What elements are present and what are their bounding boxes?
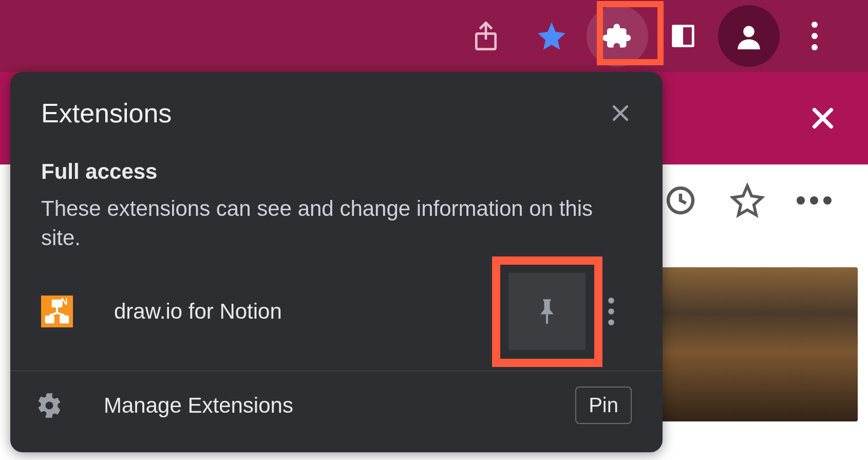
banner-close-button[interactable] <box>808 104 837 133</box>
extensions-button-highlight <box>597 1 664 65</box>
svg-rect-14 <box>60 316 69 324</box>
page-more-button[interactable] <box>791 177 837 224</box>
pin-tooltip: Pin <box>575 387 632 424</box>
browser-menu-button[interactable] <box>784 5 845 67</box>
share-button[interactable] <box>455 5 517 67</box>
more-vertical-icon <box>608 298 615 325</box>
star-icon <box>535 20 568 52</box>
popup-footer: Manage Extensions Pin <box>10 371 663 439</box>
close-icon <box>808 104 837 133</box>
svg-point-3 <box>743 26 754 38</box>
extension-more-button[interactable] <box>608 298 615 325</box>
svg-point-18 <box>608 320 614 326</box>
svg-point-6 <box>812 44 818 50</box>
svg-point-17 <box>608 309 614 315</box>
extensions-popup: Extensions Full access These extensions … <box>10 72 663 452</box>
star-outline-icon <box>730 183 765 218</box>
profile-icon <box>735 23 762 49</box>
reader-icon <box>668 21 698 51</box>
popup-title: Extensions <box>41 98 172 128</box>
svg-point-8 <box>797 196 805 205</box>
share-icon <box>471 20 500 52</box>
history-button[interactable] <box>657 177 704 224</box>
bookmark-star-button[interactable] <box>521 5 582 67</box>
extension-name: draw.io for Notion <box>114 299 508 324</box>
svg-point-5 <box>812 33 818 39</box>
more-horizontal-icon <box>797 196 832 205</box>
menu-vertical-icon <box>811 22 818 50</box>
svg-rect-2 <box>683 27 692 45</box>
section-description: These extensions can see and change info… <box>41 194 632 252</box>
extension-row[interactable]: N draw.io for Notion <box>10 252 663 371</box>
popup-close-button[interactable] <box>609 102 632 124</box>
manage-extensions-link[interactable]: Manage Extensions <box>104 393 575 418</box>
svg-point-9 <box>810 196 818 205</box>
section-heading: Full access <box>41 159 632 184</box>
manage-extensions-gear[interactable] <box>36 392 63 419</box>
clock-icon <box>664 184 697 217</box>
close-icon <box>609 102 632 124</box>
svg-point-10 <box>823 196 832 205</box>
drawio-icon: N <box>41 296 73 327</box>
pin-button-highlight <box>492 256 602 367</box>
svg-point-4 <box>812 22 818 28</box>
svg-point-16 <box>608 298 614 304</box>
browser-toolbar <box>0 0 868 72</box>
profile-button[interactable] <box>718 5 780 67</box>
gear-icon <box>36 392 63 419</box>
svg-rect-13 <box>45 316 54 324</box>
svg-text:N: N <box>61 297 68 307</box>
favorite-button[interactable] <box>724 177 770 224</box>
